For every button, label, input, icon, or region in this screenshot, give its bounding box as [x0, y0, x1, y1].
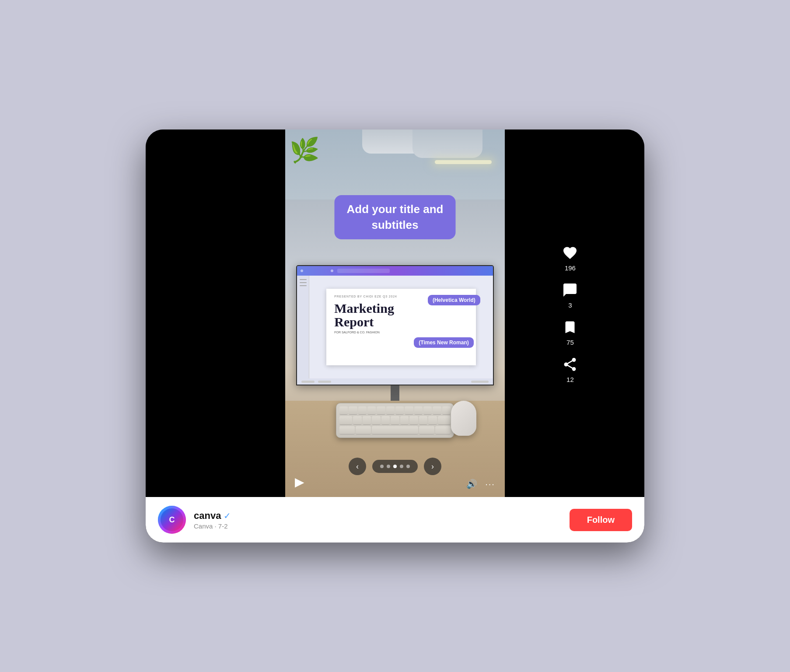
key — [381, 416, 390, 424]
side-panel-left — [146, 130, 285, 497]
prev-button[interactable]: ‹ — [349, 458, 366, 475]
key — [339, 406, 348, 415]
monitor: PRESENTED BY CHIDI EZE Q3 2024 Marketing… — [296, 265, 493, 412]
key — [433, 406, 441, 415]
key — [349, 406, 357, 415]
plant-icon: 🌿 — [290, 138, 320, 162]
heart-icon — [560, 243, 580, 262]
like-action[interactable]: 196 — [560, 243, 580, 272]
playback-controls: ‹ › — [349, 458, 441, 475]
key — [356, 426, 371, 434]
font-bubble-times: (Times New Roman) — [414, 337, 473, 348]
bottom-bar: C canva ✓ Canva · 7-2 Follow — [146, 497, 644, 542]
key — [409, 416, 418, 424]
video-content: 🌿 Add your title and subtitles — [285, 130, 505, 497]
share-icon — [560, 355, 580, 374]
key — [423, 406, 432, 415]
next-button[interactable]: › — [424, 458, 441, 475]
key — [386, 406, 395, 415]
key — [419, 426, 434, 434]
bottom-right-controls: 🔊 ··· — [466, 479, 495, 489]
key — [405, 406, 413, 415]
video-area: 196 3 75 — [146, 130, 644, 497]
share-count: 12 — [566, 376, 574, 383]
sidebar-line-2 — [300, 282, 307, 283]
address-bar — [337, 269, 390, 273]
dots-indicator — [372, 460, 418, 473]
slide: PRESENTED BY CHIDI EZE Q3 2024 Marketing… — [326, 289, 476, 366]
dot-4 — [400, 465, 403, 468]
text-overlay: Add your title and subtitles — [335, 195, 456, 239]
more-button[interactable]: ··· — [485, 479, 495, 489]
window-dot-2 — [331, 270, 333, 272]
key — [442, 406, 451, 415]
bottom-bar-element-1 — [301, 381, 315, 383]
comment-action[interactable]: 3 — [560, 280, 580, 309]
dot-1 — [380, 465, 384, 468]
follow-button[interactable]: Follow — [570, 509, 632, 531]
keyboard — [336, 403, 454, 438]
key — [363, 416, 371, 424]
play-button[interactable]: ▶ — [295, 475, 304, 489]
avatar-inner: C — [161, 508, 183, 531]
key — [367, 406, 376, 415]
key — [419, 416, 428, 424]
duct-pipe-2 — [412, 130, 482, 158]
like-count: 196 — [565, 264, 576, 272]
key — [414, 406, 423, 415]
window-dot-1 — [301, 270, 303, 272]
bookmark-action[interactable]: 75 — [560, 318, 580, 346]
user-sub: Canva · 7-2 — [194, 522, 562, 530]
screen-body: PRESENTED BY CHIDI EZE Q3 2024 Marketing… — [297, 276, 493, 378]
key — [391, 416, 399, 424]
volume-button[interactable]: 🔊 — [466, 479, 477, 489]
key — [372, 416, 381, 424]
screen-bottombar — [297, 378, 493, 385]
key — [377, 406, 385, 415]
bottom-bar-element-2 — [318, 381, 331, 383]
dot-3-active — [393, 465, 397, 468]
verified-badge: ✓ — [224, 511, 231, 521]
light-strip — [435, 160, 492, 164]
avatar: C — [158, 506, 186, 534]
monitor-screen: PRESENTED BY CHIDI EZE Q3 2024 Marketing… — [296, 265, 493, 385]
bookmark-count: 75 — [566, 339, 574, 346]
device-frame: 196 3 75 — [146, 130, 644, 542]
font-bubble-helvetica: (Helvetica World) — [428, 295, 480, 305]
slide-title: Marketing Report — [334, 301, 468, 329]
username-row: canva ✓ — [194, 510, 562, 522]
mouse — [451, 401, 476, 436]
action-bar: 196 3 75 — [505, 243, 644, 383]
key — [353, 416, 362, 424]
room-ceiling: 🌿 — [285, 130, 505, 200]
bottom-bar-element-3 — [471, 381, 489, 383]
key — [428, 416, 437, 424]
key — [339, 416, 352, 424]
overlay-bubble: Add your title and subtitles — [335, 195, 456, 239]
comment-count: 3 — [568, 301, 572, 309]
screen-canvas: PRESENTED BY CHIDI EZE Q3 2024 Marketing… — [309, 276, 493, 378]
key — [400, 416, 409, 424]
dot-2 — [387, 465, 390, 468]
screen-topbar — [297, 266, 493, 276]
dot-5 — [406, 465, 410, 468]
key — [358, 406, 367, 415]
sidebar-line-3 — [300, 285, 307, 286]
comment-icon — [560, 280, 580, 300]
username: canva — [194, 510, 221, 522]
key — [438, 416, 451, 424]
share-action[interactable]: 12 — [560, 355, 580, 383]
bookmark-icon — [560, 318, 580, 337]
screen-sidebar — [297, 276, 309, 378]
key-space — [372, 426, 418, 434]
key — [339, 426, 355, 434]
sidebar-line-1 — [300, 279, 307, 280]
key — [395, 406, 404, 415]
slide-for: FOR SALFORD & CO. FASHION — [334, 331, 468, 334]
key — [435, 426, 451, 434]
user-info: canva ✓ Canva · 7-2 — [194, 510, 562, 530]
